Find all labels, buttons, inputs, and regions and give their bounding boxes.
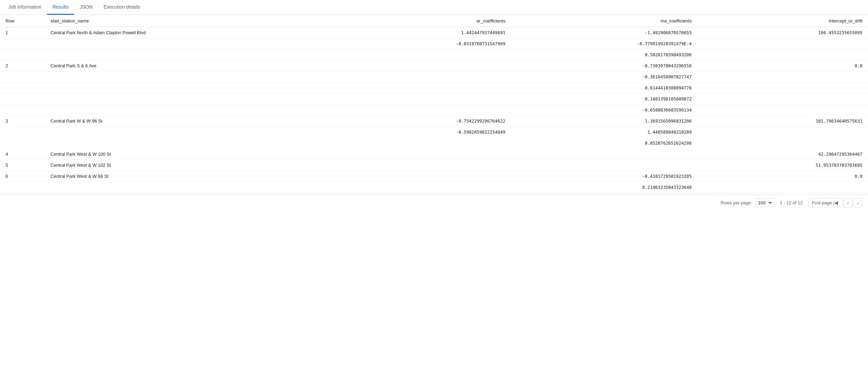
intercept-or-drift [697, 105, 868, 116]
row-number: 5 [0, 160, 45, 171]
row-number [0, 71, 45, 83]
intercept-or-drift [697, 83, 868, 94]
rows-per-page-select[interactable]: 102550100 [755, 198, 774, 207]
ma-coefficient: 1.3691565096831206 [511, 116, 697, 127]
table-row: 0.1881398105889872 [0, 94, 868, 105]
intercept-or-drift [697, 49, 868, 60]
row-number: 1 [0, 27, 45, 38]
ma-coefficient: -0.4101729501923205 [511, 171, 697, 182]
ma-coefficient: 0.1881398105889872 [511, 94, 697, 105]
intercept-or-drift [697, 38, 868, 49]
station-name: Central Park West & W 100 St [45, 149, 340, 160]
col-header-ma_coefficients: ma_coefficients [511, 15, 697, 27]
ar-coefficient [340, 60, 511, 71]
station-name [45, 138, 340, 149]
ar-coefficient: -0.7342299296764622 [340, 116, 511, 127]
intercept-or-drift [697, 71, 868, 83]
intercept-or-drift [697, 138, 868, 149]
prev-page-button[interactable]: ‹ [843, 198, 853, 207]
rows-per-page-label: Rows per page: [721, 200, 752, 205]
intercept-or-drift: 0.0 [697, 171, 868, 182]
col-header-row: Row [0, 15, 45, 27]
station-name [45, 127, 340, 138]
ar-coefficient [340, 149, 511, 160]
station-name [45, 83, 340, 94]
row-number: 3 [0, 116, 45, 127]
ar-coefficient [340, 182, 511, 193]
pagination-buttons: First page |◀ ‹ › [808, 198, 862, 207]
table-row: -0.59820598221548491.440589840210289 [0, 127, 868, 138]
ar-coefficient [340, 171, 511, 182]
tab-bar: Job informationResultsJSONExecution deta… [0, 0, 868, 15]
next-page-button[interactable]: › [853, 198, 862, 207]
row-number: 4 [0, 149, 45, 160]
station-name [45, 94, 340, 105]
prev-icon: ‹ [847, 201, 849, 205]
table-row: -0.8319760731547999-6.779919928391479E-4 [0, 38, 868, 49]
table-header-row: Rowstart_station_namear_coefficientsma_c… [0, 15, 868, 27]
row-number [0, 138, 45, 149]
intercept-or-drift: 51.953703703703695 [697, 160, 868, 171]
table-row: 0.5028176598493206 [0, 49, 868, 60]
station-name [45, 182, 340, 193]
tab-json[interactable]: JSON [74, 0, 98, 15]
table-row: 2Central Park S & 6 Ave-0.73039700432965… [0, 60, 868, 71]
ar-coefficient [340, 83, 511, 94]
ar-coefficient: -0.8319760731547999 [340, 38, 511, 49]
col-header-intercept_or_drift: intercept_or_drift [697, 15, 868, 27]
row-number [0, 83, 45, 94]
next-icon: › [857, 201, 859, 205]
ar-coefficient [340, 49, 511, 60]
ma-coefficient: -1.482906070570655 [511, 27, 697, 38]
tab-results[interactable]: Results [47, 0, 74, 15]
tab-execution-details[interactable]: Execution details [98, 0, 146, 15]
table-footer: Rows per page: 102550100 1 - 12 of 12 Fi… [0, 194, 868, 211]
ma-coefficient: -6.779919928391479E-4 [511, 38, 697, 49]
first-page-icon: |◀ [833, 200, 838, 205]
first-page-button[interactable]: First page |◀ [808, 198, 843, 207]
station-name: Central Park S & 6 Ave [45, 60, 340, 71]
station-name [45, 71, 340, 83]
ar-coefficient: 1.442447937449891 [340, 27, 511, 38]
table-row: 5Central Park West & W 102 St51.95370370… [0, 160, 868, 171]
row-number [0, 127, 45, 138]
ar-coefficient [340, 138, 511, 149]
row-number [0, 49, 45, 60]
table-row: 0.21963235043323648 [0, 182, 868, 193]
ma-coefficient: -0.6588836683596134 [511, 105, 697, 116]
ma-coefficient [511, 160, 697, 171]
intercept-or-drift: 42.29647295364467 [697, 149, 868, 160]
station-name: Central Park West & W 68 St [45, 171, 340, 182]
table-row: 0.8520762651624298 [0, 138, 868, 149]
first-page-label: First page [812, 200, 832, 205]
results-table-container: Rowstart_station_namear_coefficientsma_c… [0, 15, 868, 193]
row-number [0, 105, 45, 116]
ma-coefficient: -0.7303970043296556 [511, 60, 697, 71]
ar-coefficient [340, 71, 511, 83]
row-number: 2 [0, 60, 45, 71]
intercept-or-drift [697, 94, 868, 105]
table-row: 6Central Park West & W 68 St-0.410172950… [0, 171, 868, 182]
station-name: Central Park West & W 102 St [45, 160, 340, 171]
results-table: Rowstart_station_namear_coefficientsma_c… [0, 15, 868, 193]
row-number: 6 [0, 171, 45, 182]
intercept-or-drift [697, 127, 868, 138]
table-row: 1Central Park North & Adam Clayton Powel… [0, 27, 868, 38]
table-row: 3Central Park W & W 96 St-0.734229929676… [0, 116, 868, 127]
ar-coefficient [340, 94, 511, 105]
ma-coefficient: 0.6144410300894776 [511, 83, 697, 94]
table-row: -0.6588836683596134 [0, 105, 868, 116]
tab-job-information[interactable]: Job information [3, 0, 47, 15]
station-name [45, 49, 340, 60]
station-name [45, 38, 340, 49]
pagination-info: 1 - 12 of 12 [780, 200, 803, 205]
table-row: 4Central Park West & W 100 St42.29647295… [0, 149, 868, 160]
row-number [0, 182, 45, 193]
col-header-start_station_name: start_station_name [45, 15, 340, 27]
table-row: -0.3616450907827747 [0, 71, 868, 83]
ma-coefficient: 1.440589840210289 [511, 127, 697, 138]
ma-coefficient: -0.3616450907827747 [511, 71, 697, 83]
station-name: Central Park W & W 96 St [45, 116, 340, 127]
ma-coefficient: 0.8520762651624298 [511, 138, 697, 149]
ar-coefficient: -0.5982059822154849 [340, 127, 511, 138]
